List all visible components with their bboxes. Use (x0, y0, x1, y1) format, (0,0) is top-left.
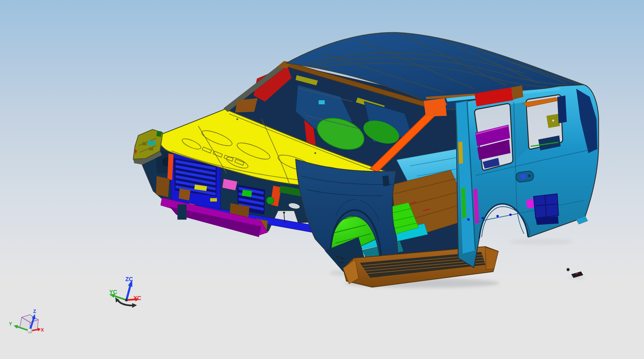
rail-orange-segment[interactable] (424, 98, 447, 117)
green-grommet[interactable] (266, 197, 274, 204)
view-triad[interactable]: Z Y X (9, 309, 44, 333)
view-x-arrowhead[interactable] (38, 328, 41, 332)
fender-rail-detail (149, 147, 153, 150)
interior-cyan-clip[interactable] (319, 100, 325, 104)
wcs-z-label: ZC (125, 276, 133, 282)
wcs-rotate-arrow-right[interactable] (132, 303, 137, 308)
view-z-label: Z (33, 309, 36, 314)
loose-parts[interactable] (567, 268, 583, 278)
view-triad-origin-sphere[interactable] (27, 329, 32, 333)
wcs-y-label: YC (109, 289, 117, 295)
wcs-origin[interactable] (125, 299, 128, 301)
view-y-label: Y (9, 321, 12, 326)
a-pillar-brown-lower[interactable] (235, 98, 258, 112)
hood-dot (237, 119, 238, 120)
fender-rail-detail (142, 142, 146, 145)
cowl-side-vent (382, 175, 389, 186)
step-end-cap-right[interactable] (485, 247, 498, 270)
pin-dot (283, 212, 285, 214)
wcs-x-label: XC (133, 295, 141, 301)
view-y-arrowhead[interactable] (14, 325, 18, 329)
graphics-window[interactable]: ZC YC XC Z Y X (0, 0, 644, 359)
view-x-label: X (41, 327, 44, 333)
bracket-hole (552, 120, 554, 122)
brown-bracket-mid[interactable] (179, 188, 190, 200)
hood-dot (315, 152, 316, 154)
wcs-triad[interactable]: ZC YC XC (109, 276, 141, 308)
loose-clip[interactable] (567, 268, 570, 271)
wcs-z-axis[interactable] (126, 286, 130, 300)
yellow-shim-2[interactable] (210, 198, 217, 202)
front-step-box[interactable] (178, 205, 186, 219)
teal-clip[interactable] (147, 141, 156, 146)
b-pillar-gold-strip[interactable] (458, 142, 463, 164)
step-pin-dot (337, 256, 339, 258)
d-pillar-navy-strip[interactable] (557, 96, 567, 123)
brown-bracket-left[interactable] (156, 176, 169, 197)
green-clip[interactable] (156, 131, 162, 137)
